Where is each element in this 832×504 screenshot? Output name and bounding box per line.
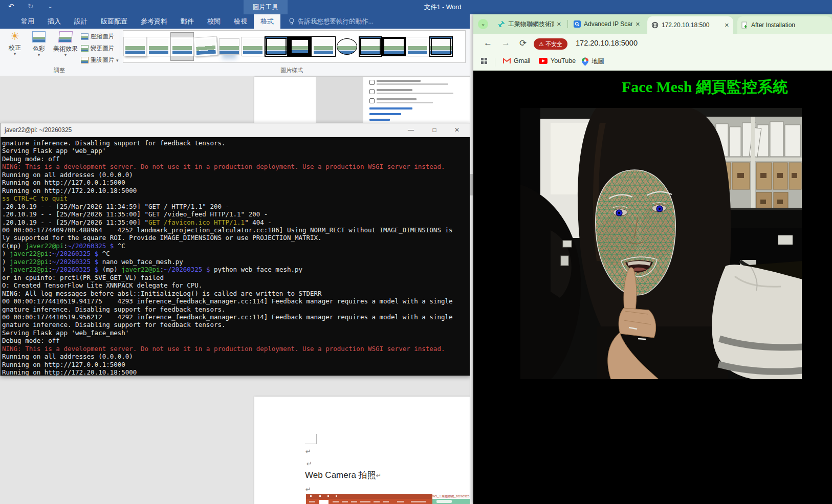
terminal-titlebar[interactable]: javer22@pi: ~/20260325 — □ ✕ xyxy=(1,123,470,137)
picture-style-thumb[interactable] xyxy=(382,32,406,61)
chrome-tabstrip: ⌄ 工業物聯網技術實 ✕ Advanced IP Scan ✕ xyxy=(473,14,832,34)
picture-style-thumb[interactable] xyxy=(194,32,217,61)
sun-icon: ☀ xyxy=(3,30,27,42)
bookmark-youtube[interactable]: YouTube xyxy=(539,57,576,64)
picture-style-thumb[interactable] xyxy=(241,32,265,61)
apps-grid-icon[interactable] xyxy=(480,57,488,64)
terminal-line: C(mp) javer22@pi:~/20260325 $ ^C xyxy=(2,242,470,250)
tab-mailings[interactable]: 郵件 xyxy=(174,14,201,29)
picture-style-thumb-selected[interactable] xyxy=(170,32,194,61)
ribbon-group-divider xyxy=(120,30,120,73)
picture-style-thumb[interactable] xyxy=(406,32,429,61)
compress-picture-icon xyxy=(81,33,89,40)
terminal-line: Running on http://127.0.0.1:5000 xyxy=(2,179,470,186)
change-picture-icon xyxy=(81,45,89,52)
document-caption: Web Camera 拍照↵ xyxy=(305,469,381,481)
tab-label: Advanced IP Scan xyxy=(584,20,632,28)
back-icon[interactable]: ← xyxy=(484,38,492,48)
tab-review[interactable]: 校閱 xyxy=(201,14,227,29)
embedded-settings-image xyxy=(365,77,466,123)
tab-close-icon[interactable]: ✕ xyxy=(636,21,640,28)
word-scrollbar-thumb[interactable] xyxy=(470,174,473,195)
compress-picture-button[interactable]: 壓縮圖片 xyxy=(81,31,121,42)
tab-ip-scanner[interactable]: Advanced IP Scan ✕ xyxy=(570,14,644,34)
address-url[interactable]: 172.20.10.18:5000 xyxy=(576,39,638,47)
picture-styles-group-label: 圖片樣式 xyxy=(215,67,368,74)
change-picture-button[interactable]: 變更圖片 xyxy=(81,43,121,54)
tab-view[interactable]: 檢視 xyxy=(227,14,254,29)
terminal-title: javer22@pi: ~/20260325 xyxy=(5,126,72,134)
tab-facemesh-active[interactable]: 172.20.10.18:500 ✕ xyxy=(647,16,733,34)
picture-style-thumb[interactable] xyxy=(147,32,170,61)
terminal-line: gnature inference. Disabling support for… xyxy=(2,139,470,147)
picture-style-thumb[interactable] xyxy=(288,32,312,61)
adjust-group-label: 調整 xyxy=(0,67,119,74)
terminal-line: Running on http://127.0.0.1:5000 xyxy=(2,361,470,368)
redo-icon[interactable]: ↻ xyxy=(28,2,34,10)
chrome-window: ⌄ 工業物聯網技術實 ✕ Advanced IP Scan ✕ xyxy=(473,14,832,504)
word-scrollbar[interactable] xyxy=(470,14,473,504)
customize-quick-access-icon[interactable]: ⌄ xyxy=(48,4,52,9)
chrome-toolbar: ← → ⟳ ⚠ 不安全 172.20.10.18:5000 xyxy=(473,34,832,54)
tab-close-icon[interactable]: ✕ xyxy=(557,21,561,28)
reset-picture-label: 重設圖片 xyxy=(91,56,114,64)
picture-style-thumb[interactable] xyxy=(312,32,335,61)
bookmark-gmail[interactable]: Gmail xyxy=(503,57,531,64)
forward-icon[interactable]: → xyxy=(501,38,510,48)
text-boundary-mark xyxy=(305,444,317,444)
security-label: 不安全 xyxy=(545,41,562,47)
reload-icon[interactable]: ⟳ xyxy=(519,38,527,49)
artistic-effects-button[interactable]: 美術效果 ▾ xyxy=(51,30,80,56)
undo-icon[interactable]: ↶ xyxy=(8,2,14,10)
terminal-line: gnature inference. Disabling support for… xyxy=(2,305,470,313)
security-badge[interactable]: ⚠ 不安全 xyxy=(534,38,567,50)
picture-style-thumb[interactable] xyxy=(123,32,147,61)
bookmark-label: YouTube xyxy=(551,57,576,64)
installer-tab-icon xyxy=(741,21,748,29)
tab-search-icon[interactable]: ⌄ xyxy=(478,19,488,29)
dropdown-caret-icon: ▾ xyxy=(116,59,119,62)
reset-picture-button[interactable]: 重設圖片 ▾ xyxy=(81,55,121,65)
maximize-icon[interactable]: □ xyxy=(424,123,445,137)
picture-style-thumb[interactable] xyxy=(429,32,453,61)
terminal-line: Debug mode: off xyxy=(2,155,470,163)
tab-label: 172.20.10.18:500 xyxy=(662,21,721,29)
chrome-bookmarks-bar: Gmail YouTube 地圖 xyxy=(473,54,832,71)
picture-style-thumb[interactable] xyxy=(265,32,288,61)
corrections-button[interactable]: ☀ 校正 ▾ xyxy=(3,30,27,55)
tab-close-icon[interactable]: ✕ xyxy=(725,22,729,29)
tab-format[interactable]: 格式 xyxy=(254,14,280,29)
change-picture-label: 變更圖片 xyxy=(91,45,114,52)
word-titlebar: ↶ ↻ ⌄ 圖片工具 文件1 - Word xyxy=(0,0,832,14)
tab-separator xyxy=(567,20,568,28)
word-document-area-bottom: ↵ ↵ ↵ xyxy=(0,376,473,504)
terminal-line: O: Created TensorFlow Lite XNNPACK deleg… xyxy=(2,281,470,289)
bookmark-maps[interactable]: 地圖 xyxy=(582,57,604,66)
screen: ↶ ↻ ⌄ 圖片工具 文件1 - Word 常用 插入 設計 版面配置 參考資料… xyxy=(0,0,832,504)
paragraph-mark: ↵ xyxy=(305,448,311,455)
tab-design[interactable]: 設計 xyxy=(68,14,94,29)
tab-references[interactable]: 參考資料 xyxy=(134,14,174,29)
terminal-line: NING: This is a development server. Do n… xyxy=(2,163,470,170)
maps-pin-icon xyxy=(582,57,588,66)
close-icon[interactable]: ✕ xyxy=(447,123,467,137)
color-button[interactable]: 色彩 ▾ xyxy=(28,30,50,56)
picture-tools-context-label: 圖片工具 xyxy=(244,0,288,14)
tab-home[interactable]: 常用 xyxy=(14,14,41,29)
tab-after-installation[interactable]: After Installation xyxy=(737,16,832,34)
picture-style-thumb[interactable] xyxy=(335,32,359,61)
picture-style-thumb[interactable] xyxy=(359,32,382,61)
terminal-line: NING: All log messages before absl::Init… xyxy=(2,290,470,297)
globe-icon xyxy=(651,21,659,29)
terminal-body[interactable]: gnature inference. Disabling support for… xyxy=(1,137,470,376)
gmail-icon xyxy=(503,58,511,64)
tab-iot-course[interactable]: 工業物聯網技術實 ✕ xyxy=(494,14,565,34)
minimize-icon[interactable]: — xyxy=(401,123,421,137)
artistic-effects-icon xyxy=(58,31,73,42)
terminal-line: Debug mode: off xyxy=(2,337,470,344)
tell-me-box[interactable]: 告訴我您想要執行的動作... xyxy=(289,14,374,29)
terminal-line: .20.10.19 - - [25/Mar/2026 11:35:00] "GE… xyxy=(2,210,470,218)
tab-layout[interactable]: 版面配置 xyxy=(94,14,134,29)
picture-style-thumb[interactable] xyxy=(217,32,241,61)
tab-insert[interactable]: 插入 xyxy=(41,14,68,29)
